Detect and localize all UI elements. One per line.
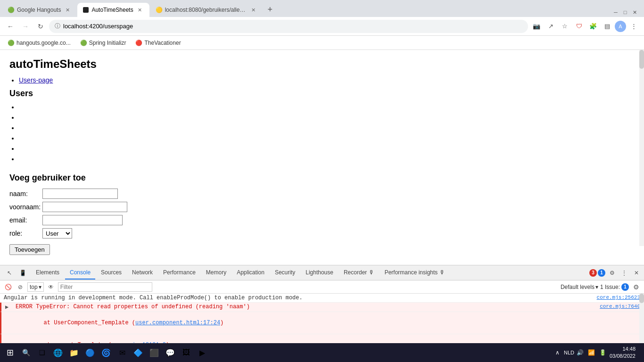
devtools-settings-icon[interactable]: ⚙ [606, 267, 618, 279]
console-toolbar: 🚫 ⊘ top ▾ 👁 Default levels ▾ 1 Issue: 1 … [0, 280, 644, 294]
media-taskbar-icon[interactable]: ▶ [195, 346, 209, 360]
tab-lighthouse[interactable]: Lighthouse [301, 266, 338, 280]
edge2-taskbar-icon[interactable]: 🌀 [99, 346, 113, 360]
windows-start-button[interactable]: ⊞ [3, 346, 17, 360]
search-button[interactable]: 🔍 [19, 346, 33, 360]
console-settings-icon[interactable]: ⚙ [631, 282, 641, 292]
submit-row: Toevoegen [9, 241, 635, 255]
console-source-info[interactable]: core.mjs:25623 [597, 295, 640, 300]
default-levels-dropdown[interactable]: Default levels ▾ [561, 284, 598, 290]
tab-hangouts[interactable]: 🟢 Google Hangouts ✕ [2, 3, 77, 17]
email-row: email: [9, 215, 635, 225]
new-tab-button[interactable]: + [264, 3, 277, 16]
volume-icon[interactable]: 🔊 [576, 348, 585, 357]
devtools-mobile-icon[interactable]: 📱 [17, 267, 28, 279]
close-window-button[interactable]: ✕ [631, 8, 638, 16]
tab-performance[interactable]: Performance [158, 266, 200, 280]
devtools-close-icon[interactable]: ✕ [631, 267, 642, 279]
show-desktop-button[interactable] [637, 348, 641, 357]
address-bar[interactable]: ⓘ localhost:4200/userspage [49, 20, 528, 33]
scrollbar-thumb[interactable] [639, 50, 644, 69]
tab-sources[interactable]: Sources [96, 266, 126, 280]
list-item [19, 114, 635, 124]
keyboard-layout[interactable]: NLD [564, 348, 574, 357]
devtools-scrollbar[interactable] [639, 294, 644, 350]
adblock-icon[interactable]: 🛡 [572, 20, 586, 33]
console-filter-icon[interactable]: ⊘ [15, 282, 25, 292]
form-section-title: Voeg gebruiker toe [9, 173, 635, 183]
filter-input[interactable] [58, 282, 152, 292]
explorer-taskbar-icon[interactable]: 📁 [67, 346, 81, 360]
bookmark-hangouts[interactable]: 🟢 hangouts.google.co... [5, 39, 74, 47]
extensions-icon[interactable]: 🧩 [586, 20, 600, 33]
minimize-button[interactable]: ─ [612, 8, 619, 16]
photos-taskbar-icon[interactable]: 🖼 [179, 346, 193, 360]
taskbar-clock[interactable]: 14:48 03/08/2022 [610, 346, 636, 360]
tab-hangouts-close[interactable]: ✕ [64, 6, 71, 14]
page-scrollbar[interactable] [639, 50, 644, 246]
terminal-taskbar-icon[interactable]: ⬛ [147, 346, 161, 360]
tab-application[interactable]: Application [232, 266, 269, 280]
devtools-scrollbar-thumb[interactable] [639, 294, 644, 303]
share-icon[interactable]: ↗ [544, 20, 557, 33]
tab-console[interactable]: Console [65, 266, 95, 280]
error-expand-arrow[interactable]: ▶ [5, 304, 12, 311]
voornaam-row: voornaam: [9, 202, 635, 212]
clock-date: 03/08/2022 [610, 353, 636, 360]
tab-network[interactable]: Network [127, 266, 157, 280]
top-context-selector[interactable]: top ▾ [27, 282, 44, 292]
list-item [19, 155, 635, 165]
tab-gebruikers[interactable]: 🟡 localhost:8080/gebruikers/allege... ✕ [150, 3, 263, 17]
issues-indicator: 1 Issue: 1 [600, 283, 629, 291]
voornaam-input[interactable] [42, 202, 127, 212]
bookmark-vacationer[interactable]: 🔴 TheVacationer [132, 39, 183, 47]
taskview-button[interactable]: ❑ [35, 346, 49, 360]
battery-icon[interactable]: 🔋 [598, 348, 608, 357]
email-label: email: [9, 216, 42, 224]
vscode-taskbar-icon[interactable]: 🔷 [131, 346, 145, 360]
tab-autotimesheets-close[interactable]: ✕ [136, 6, 144, 14]
devtools-more-icon[interactable]: ⋮ [619, 267, 630, 279]
tab-gebruikers-close[interactable]: ✕ [250, 6, 257, 14]
menu-icon[interactable]: ⋮ [627, 20, 640, 33]
tab-performance-insights[interactable]: Performance insights 🎙 [380, 266, 450, 280]
console-clear-btn[interactable]: 🚫 [3, 282, 13, 292]
email-input[interactable] [42, 215, 123, 225]
console-eye-icon[interactable]: 👁 [46, 282, 56, 292]
users-page-link[interactable]: Users-page [19, 76, 53, 84]
forward-button[interactable]: → [19, 20, 32, 33]
profile-avatar[interactable]: A [615, 21, 626, 32]
sidebar-icon[interactable]: ▤ [601, 20, 614, 33]
bookmark-spring[interactable]: 🟢 Spring Initializr [77, 39, 129, 47]
detail-link-1[interactable]: user.component.html:17:24 [135, 320, 220, 326]
discord-taskbar-icon[interactable]: 💬 [163, 346, 177, 360]
reload-button[interactable]: ↻ [34, 20, 47, 33]
users-heading: Users [9, 89, 635, 99]
network-icon[interactable]: 📶 [587, 348, 596, 357]
voornaam-label: voornaam: [9, 203, 42, 211]
devtools-pointer-icon[interactable]: ↖ [4, 267, 15, 279]
top-label-text: top [30, 284, 38, 290]
gebruikers-favicon: 🟡 [156, 7, 162, 13]
systray-expand[interactable]: ∧ [553, 348, 562, 357]
console-source-error[interactable]: core.mjs:7640 [600, 304, 640, 309]
role-select[interactable]: User Admin [42, 228, 72, 239]
console-line-info: Angular is running in development mode. … [0, 294, 644, 303]
tab-memory[interactable]: Memory [201, 266, 231, 280]
tab-security[interactable]: Security [270, 266, 300, 280]
chrome-taskbar-icon[interactable]: 🔵 [83, 346, 97, 360]
naam-input[interactable] [42, 189, 118, 199]
toevoegen-button[interactable]: Toevoegen [9, 244, 50, 255]
tab-autotimesheets[interactable]: AutoTimeSheets ✕ [77, 3, 149, 17]
screenshot-icon[interactable]: 📷 [530, 20, 543, 33]
hangouts-favicon: 🟢 [8, 7, 14, 13]
edge-taskbar-icon[interactable]: 🌐 [51, 346, 65, 360]
back-button[interactable]: ← [4, 20, 17, 33]
star-icon[interactable]: ☆ [558, 20, 571, 33]
lock-icon: ⓘ [55, 22, 60, 30]
tab-elements[interactable]: Elements [31, 266, 64, 280]
tab-recorder[interactable]: Recorder 🎙 [339, 266, 379, 280]
maximize-button[interactable]: □ [621, 8, 629, 16]
mail-taskbar-icon[interactable]: ✉ [115, 346, 129, 360]
users-list [19, 103, 635, 165]
